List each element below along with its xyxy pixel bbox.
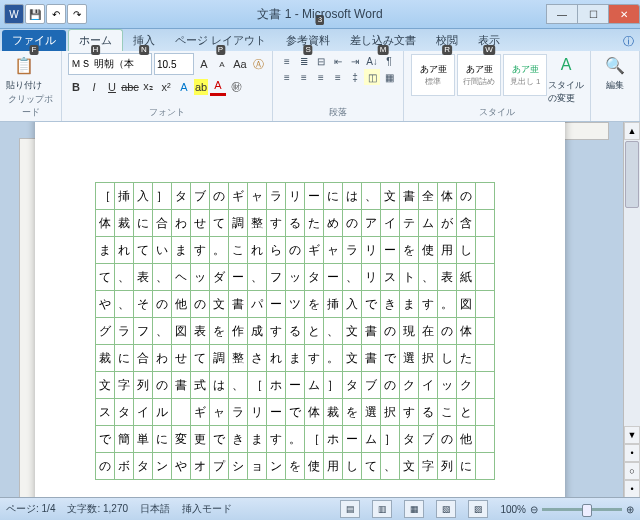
tab-home[interactable]: ホームH bbox=[68, 29, 123, 51]
style-heading1[interactable]: あア亜見出し 1 bbox=[503, 54, 547, 96]
group-styles: スタイル bbox=[410, 106, 584, 119]
style-nospace[interactable]: あア亜行間詰め bbox=[457, 54, 501, 96]
font-name-select[interactable] bbox=[68, 53, 152, 75]
superscript-button[interactable]: x² bbox=[158, 79, 174, 95]
indent-inc-icon[interactable]: ⇥ bbox=[347, 53, 363, 69]
bullets-icon[interactable]: ≡ bbox=[279, 53, 295, 69]
grow-font-icon[interactable]: A bbox=[196, 56, 212, 72]
tab-file[interactable]: ファイルF bbox=[2, 30, 66, 51]
multilevel-icon[interactable]: ⊟ bbox=[313, 53, 329, 69]
change-case-icon[interactable]: Aa bbox=[232, 56, 248, 72]
line-spacing-icon[interactable]: ‡ bbox=[347, 69, 363, 85]
numbering-icon[interactable]: ≣ bbox=[296, 53, 312, 69]
paste-button[interactable]: 📋貼り付け bbox=[6, 53, 42, 92]
sort-icon[interactable]: A↓ bbox=[364, 53, 380, 69]
redo-icon[interactable]: ↷3 bbox=[67, 4, 87, 24]
group-clipboard: クリップボード bbox=[6, 93, 55, 119]
subscript-button[interactable]: x₂ bbox=[140, 79, 156, 95]
font-color-icon[interactable]: A bbox=[210, 77, 226, 96]
align-left-icon[interactable]: ≡ bbox=[279, 69, 295, 85]
borders-icon[interactable]: ▦ bbox=[381, 69, 397, 85]
shrink-font-icon[interactable]: A bbox=[214, 56, 230, 72]
font-size-select[interactable] bbox=[154, 53, 194, 75]
tab-references[interactable]: 参考資料S bbox=[276, 30, 340, 51]
tab-layout[interactable]: ページ レイアウトP bbox=[165, 30, 276, 51]
align-right-icon[interactable]: ≡ bbox=[313, 69, 329, 85]
tab-mailings[interactable]: 差し込み文書M bbox=[340, 30, 426, 51]
enclose-char-icon[interactable]: ㊖ bbox=[228, 79, 244, 95]
italic-button[interactable]: I bbox=[86, 79, 102, 95]
close-button[interactable]: ✕ bbox=[608, 4, 640, 24]
save-icon[interactable]: 💾1 bbox=[25, 4, 45, 24]
bold-button[interactable]: B bbox=[68, 79, 84, 95]
tab-view[interactable]: 表示W bbox=[468, 30, 510, 51]
app-icon: W bbox=[4, 4, 24, 24]
help-icon[interactable]: ⓘ bbox=[617, 32, 640, 51]
style-normal[interactable]: あア亜標準 bbox=[411, 54, 455, 96]
shading-icon[interactable]: ◫ bbox=[364, 69, 380, 85]
maximize-button[interactable]: ☐ bbox=[577, 4, 609, 24]
tab-review[interactable]: 校閲R bbox=[426, 30, 468, 51]
justify-icon[interactable]: ≡ bbox=[330, 69, 346, 85]
show-marks-icon[interactable]: ¶ bbox=[381, 53, 397, 69]
align-center-icon[interactable]: ≡ bbox=[296, 69, 312, 85]
strike-button[interactable]: abc bbox=[122, 79, 138, 95]
indent-dec-icon[interactable]: ⇤ bbox=[330, 53, 346, 69]
group-paragraph: 段落 bbox=[279, 106, 397, 119]
undo-icon[interactable]: ↶2 bbox=[46, 4, 66, 24]
minimize-button[interactable]: — bbox=[546, 4, 578, 24]
tab-insert[interactable]: 挿入N bbox=[123, 30, 165, 51]
highlight-icon[interactable]: ab bbox=[194, 79, 208, 95]
window-title: 文書 1 - Microsoft Word bbox=[257, 6, 382, 23]
editing-button[interactable]: 🔍編集 bbox=[597, 53, 633, 92]
text-effects-icon[interactable]: A bbox=[176, 79, 192, 95]
underline-button[interactable]: U bbox=[104, 79, 120, 95]
clear-format-icon[interactable]: Ⓐ bbox=[250, 56, 266, 72]
group-font: フォント bbox=[68, 106, 266, 119]
change-styles-button[interactable]: Aスタイルの変更 bbox=[548, 53, 584, 105]
